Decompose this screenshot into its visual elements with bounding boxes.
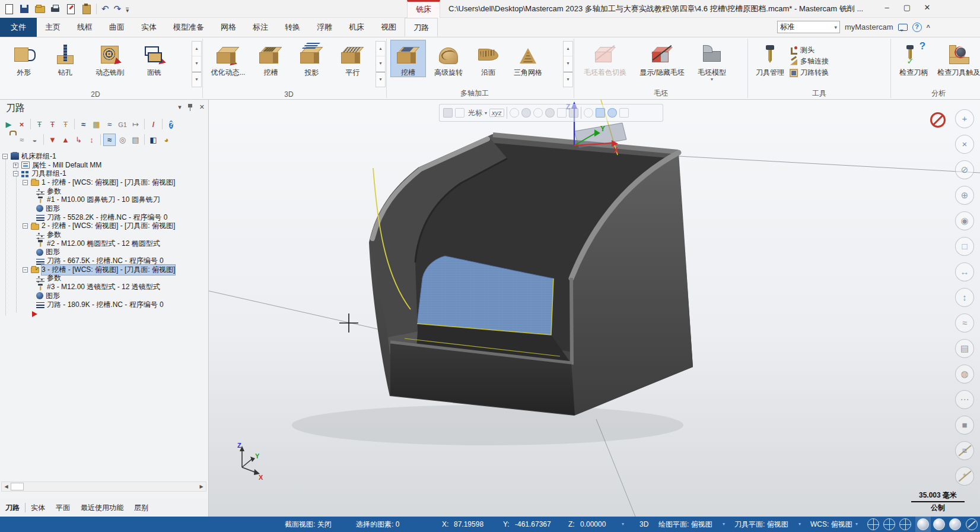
close-button[interactable]: ✕	[917, 0, 937, 17]
project-button[interactable]: 投影	[292, 40, 332, 77]
tree-item-operation-3[interactable]: 3 - 挖槽 - [WCS: 俯视图] - [刀具面: 俯视图]	[1, 265, 206, 274]
undo-icon[interactable]: ↶	[101, 4, 109, 14]
spin-icon[interactable]	[533, 108, 543, 118]
section-view-status[interactable]: 截面视图: 关闭	[285, 517, 332, 532]
tree-item-tool-1[interactable]: #1 - M10.00 圆鼻铣刀 - 10 圆鼻铣刀	[1, 195, 206, 204]
tab-solids[interactable]: 实体	[133, 18, 165, 37]
chevron-down-icon[interactable]: ▾	[485, 110, 487, 116]
rotate-icon[interactable]	[521, 108, 531, 118]
tree-item-properties[interactable]: 属性 - Mill Default MM	[1, 161, 206, 170]
tree-item-toolpath-3[interactable]: 刀路 - 180.9K - 挖槽.NC - 程序编号 0	[1, 300, 206, 309]
multiaxis-link-button[interactable]: 多轴连接	[790, 56, 829, 67]
simulate-options-button[interactable]: ≈	[103, 118, 116, 131]
tree-item-operation-2[interactable]: 2 - 挖槽 - [WCS: 俯视图] - [刀具面: 俯视图]	[1, 222, 206, 231]
chevron-down-icon[interactable]: ▾	[723, 517, 725, 532]
chevron-down-icon[interactable]: ▾	[692, 77, 731, 82]
probe-button[interactable]: 测头	[790, 45, 829, 56]
cursor-menu[interactable]: 光标	[468, 108, 482, 118]
tree-item-tool-group[interactable]: 刀具群组-1	[1, 169, 206, 178]
lock-icon[interactable]	[443, 108, 453, 118]
tab-home[interactable]: 主页	[37, 18, 69, 37]
tab-surfaces[interactable]: 曲面	[101, 18, 133, 37]
select-all-operations-button[interactable]: ▶	[2, 118, 15, 131]
cplane-selector[interactable]: 绘图平面: 俯视图	[658, 517, 712, 532]
right-toolbar-more-button[interactable]: ⋯	[955, 390, 974, 409]
chevron-down-icon[interactable]: ▾	[855, 517, 858, 532]
wcs-selector[interactable]: WCS: 俯视图	[810, 517, 852, 532]
tplane-selector[interactable]: 刀具平面: 俯视图	[734, 517, 788, 532]
show-hide-stock-button[interactable]: 显示/隐藏毛坯	[634, 40, 691, 77]
edit-toolpath-button[interactable]: /	[147, 118, 160, 131]
right-toolbar-gear-button[interactable]: *	[955, 467, 974, 486]
translucent-display-icon[interactable]	[949, 518, 961, 530]
tab-toolpaths[interactable]: 刀路	[405, 18, 438, 37]
select-arrow-icon[interactable]	[510, 108, 519, 118]
pocket-3d-button[interactable]: 挖槽	[251, 40, 291, 77]
backplot-button[interactable]: ≈	[77, 118, 90, 131]
right-toolbar-zoom-window-button[interactable]: □	[955, 237, 974, 256]
redo-icon[interactable]: ↷	[114, 4, 122, 14]
add-operation-button[interactable]: Ŧ	[59, 118, 72, 131]
toolpath-transform-button[interactable]: 刀路转换	[790, 67, 829, 78]
tab-wireframe[interactable]: 线框	[69, 18, 101, 37]
viewport-selection-toolbar[interactable]: 光标 ▾ xyz	[439, 104, 663, 122]
panel-tab-recent-functions[interactable]: 最近使用功能	[75, 499, 129, 516]
panel-tab-toolpaths[interactable]: 刀路	[0, 499, 25, 516]
advanced-rotary-button[interactable]: 高级旋转	[427, 40, 470, 77]
gallery-scroll-3d[interactable]: ▴▾▾	[376, 41, 386, 87]
solid-model[interactable]	[369, 134, 693, 416]
stock-model-button[interactable]: 毛坯模型 ▾	[692, 40, 732, 83]
display-selected-toolpaths-button[interactable]: ≈	[103, 134, 116, 146]
lock-button[interactable]	[2, 134, 15, 146]
new-file-icon[interactable]	[4, 4, 14, 14]
clip-toggle-icon[interactable]	[966, 518, 978, 530]
right-toolbar-shade-button[interactable]: ◍	[955, 365, 974, 384]
right-toolbar-box-button[interactable]: ■	[955, 416, 974, 435]
multiaxis-pocket-button[interactable]: 挖槽	[390, 40, 426, 77]
screen-capture-icon[interactable]	[81, 4, 91, 14]
tree-item-tool-2[interactable]: #2 - M12.00 椭圆型式 - 12 椭圆型式	[1, 239, 206, 248]
graphics-viewport[interactable]: Z Y X Z Y X	[209, 100, 980, 517]
tab-transform[interactable]: 转换	[276, 18, 308, 37]
plane-grid-icon[interactable]	[455, 108, 464, 118]
machine-context-tab[interactable]: 铣床	[407, 0, 440, 18]
expander-icon[interactable]	[13, 171, 18, 176]
tab-mesh[interactable]: 网格	[212, 18, 244, 37]
tree-item-machine-group[interactable]: 机床群组-1	[1, 152, 206, 161]
right-toolbar-plane-button[interactable]: ▤	[955, 339, 974, 358]
shaded-edges-display-icon[interactable]	[933, 518, 945, 530]
check-tool-reach-button[interactable]: 检查刀具触及	[934, 40, 980, 77]
dimension-mode-toggle[interactable]: 3D	[639, 517, 648, 532]
g1-post-button[interactable]: G1	[116, 118, 129, 131]
feedback-icon[interactable]	[898, 24, 908, 31]
right-toolbar-disable-button[interactable]: ⊘	[955, 160, 974, 179]
tab-file[interactable]: 文件	[0, 18, 37, 37]
scroll-insert-button[interactable]: ↕	[85, 134, 98, 146]
orbit-icon[interactable]	[545, 108, 555, 118]
gallery-scroll-multiaxis[interactable]: ▴▾▾	[563, 41, 573, 87]
chevron-down-icon[interactable]: ▾	[798, 517, 801, 532]
select-geometry-button[interactable]: ◎	[116, 134, 129, 146]
right-toolbar-trim-button[interactable]: ×	[955, 135, 974, 154]
orient-icon[interactable]	[596, 108, 605, 118]
chevron-down-icon[interactable]: ▾	[622, 517, 624, 532]
target-icon[interactable]	[584, 108, 593, 118]
print-icon[interactable]	[50, 4, 61, 14]
scroll-left-icon[interactable]: ◀	[2, 482, 11, 491]
right-toolbar-pan-v-button[interactable]: ↕	[955, 288, 974, 307]
tab-art[interactable]: 浮雕	[308, 18, 341, 37]
tab-view[interactable]: 视图	[373, 18, 405, 37]
plane-icon[interactable]	[557, 108, 567, 118]
post-selected-button[interactable]: ↦	[129, 118, 142, 131]
help-button[interactable]: ?	[165, 118, 177, 131]
list-options-button[interactable]: ▤	[129, 134, 142, 146]
right-toolbar-levels-button[interactable]: ≡	[955, 441, 974, 460]
auto-cursor-icon[interactable]	[619, 108, 629, 118]
tab-drafting[interactable]: 标注	[244, 18, 276, 37]
tree-item-parameters[interactable]: 参数	[1, 187, 206, 196]
save-icon[interactable]	[19, 4, 30, 14]
expander-icon[interactable]	[13, 163, 18, 168]
panel-tab-planes[interactable]: 平面	[50, 499, 75, 516]
wireframe-display-icon[interactable]	[867, 518, 879, 530]
wireframe-hidden-display-icon[interactable]	[883, 518, 895, 530]
